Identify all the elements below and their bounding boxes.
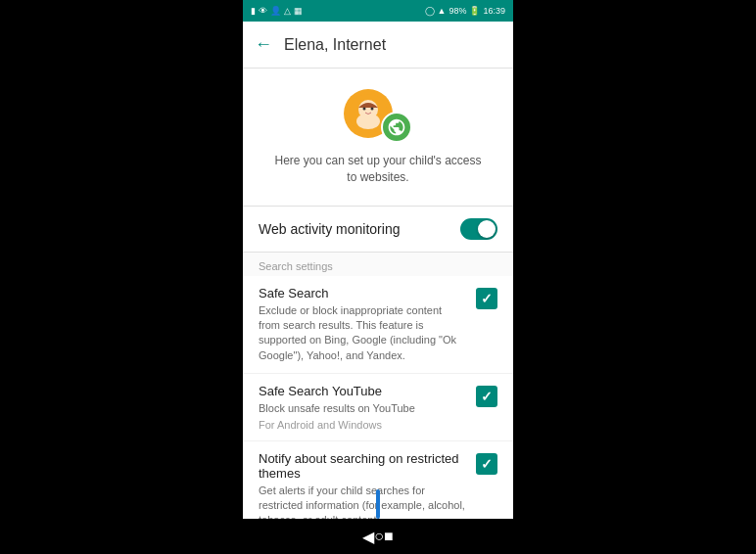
- status-icons-left: ▮ 👁 👤 △ ▦: [251, 6, 303, 16]
- safe-search-youtube-title: Safe Search YouTube: [259, 384, 466, 398]
- checkmark-icon-2: ✓: [481, 389, 493, 404]
- avatar-section: Here you can set up your child's access …: [243, 69, 513, 206]
- safe-search-title: Safe Search: [259, 286, 466, 300]
- safe-search-checkbox[interactable]: ✓: [476, 288, 497, 309]
- person-icon: 👤: [270, 6, 281, 16]
- safe-search-desc: Exclude or block inappropriate content f…: [259, 303, 466, 364]
- signal-icon: ▮: [251, 6, 256, 16]
- battery-icon: 🔋: [469, 6, 480, 16]
- safe-search-item[interactable]: Safe Search Exclude or block inappropria…: [243, 276, 513, 375]
- svg-point-4: [371, 108, 374, 111]
- battery-label: 98%: [449, 6, 466, 16]
- web-activity-label: Web activity monitoring: [259, 221, 400, 237]
- notify-restricted-title: Notify about searching on restricted the…: [259, 451, 466, 481]
- safe-search-youtube-desc: Block unsafe results on YouTube: [259, 401, 466, 416]
- safe-search-youtube-checkbox[interactable]: ✓: [476, 386, 497, 407]
- top-bar: ← Elena, Internet: [243, 22, 513, 69]
- safe-search-youtube-item[interactable]: Safe Search YouTube Block unsafe results…: [243, 374, 513, 440]
- time-label: 16:39: [483, 6, 505, 16]
- nav-recent-button[interactable]: ■: [384, 528, 394, 545]
- checkmark-icon: ✓: [481, 291, 493, 306]
- toggle-knob: [478, 220, 496, 238]
- svg-point-3: [363, 108, 366, 111]
- nav-back-button[interactable]: ◀: [362, 528, 374, 546]
- back-button[interactable]: ←: [255, 34, 272, 55]
- internet-badge: [381, 112, 412, 143]
- eye-icon: 👁: [259, 6, 267, 16]
- checkmark-icon-3: ✓: [481, 456, 493, 472]
- safe-search-youtube-note: For Android and Windows: [259, 419, 466, 431]
- alert-icon: △: [284, 6, 291, 16]
- screen: ▮ 👁 👤 △ ▦ ◯ ▲ 98% 🔋 16:39 ← Elena, Inter…: [243, 0, 513, 519]
- notify-restricted-desc: Get alerts if your child searches for re…: [259, 484, 466, 519]
- notify-restricted-text: Notify about searching on restricted the…: [259, 451, 466, 519]
- search-settings-header: Search settings: [243, 253, 513, 276]
- image-icon: ▦: [294, 6, 303, 16]
- description-text: Here you can set up your child's access …: [259, 153, 497, 198]
- notify-restricted-checkbox[interactable]: ✓: [476, 453, 497, 475]
- avatar-wrapper: [344, 84, 412, 143]
- content-area: Here you can set up your child's access …: [243, 69, 513, 519]
- svg-point-2: [356, 114, 380, 129]
- status-icons-right: ◯ ▲ 98% 🔋 16:39: [425, 6, 505, 16]
- ring-icon: ◯: [425, 6, 435, 16]
- scroll-indicator: [376, 489, 380, 519]
- page-title: Elena, Internet: [284, 36, 386, 54]
- phone-frame: ▮ 👁 👤 △ ▦ ◯ ▲ 98% 🔋 16:39 ← Elena, Inter…: [236, 0, 520, 554]
- nav-home-button[interactable]: ○: [374, 528, 384, 545]
- globe-icon: [387, 117, 406, 137]
- web-activity-toggle[interactable]: [460, 218, 497, 240]
- nav-bar: ◀ ○ ■: [362, 519, 393, 554]
- safe-search-youtube-text: Safe Search YouTube Block unsafe results…: [259, 384, 466, 430]
- safe-search-text: Safe Search Exclude or block inappropria…: [259, 286, 466, 364]
- status-bar: ▮ 👁 👤 △ ▦ ◯ ▲ 98% 🔋 16:39: [243, 0, 513, 22]
- wifi-icon: ▲: [438, 6, 447, 16]
- web-activity-row: Web activity monitoring: [243, 207, 513, 252]
